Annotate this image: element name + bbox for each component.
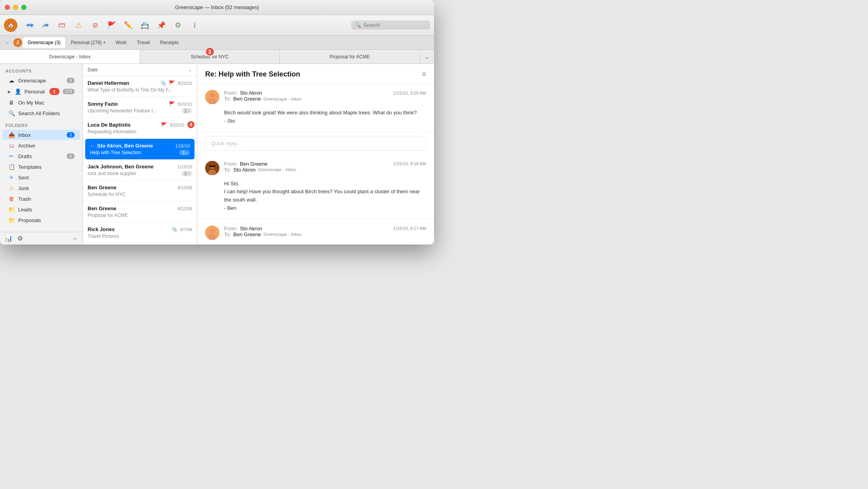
folders-label: Folders — [0, 121, 82, 129]
addon-button[interactable]: ⚙ — [170, 19, 185, 32]
maximize-button[interactable] — [21, 5, 26, 10]
accounts-label: Accounts — [0, 67, 82, 75]
thread-count: 2 › — [181, 108, 192, 114]
expand-icon: ▶ — [8, 90, 11, 94]
sidebar-personal-label: Personal — [24, 89, 46, 95]
tab-proposal-acme-label: Proposal for ACME — [329, 54, 370, 60]
email-sender: Rick Jones — [88, 226, 169, 232]
email-item[interactable]: Luca De Baptistis 🚩 4 9/22/10 Requesting… — [83, 118, 197, 139]
sidebar-item-archive[interactable]: 🗂 Archive — [2, 140, 80, 151]
sidebar-item-leads[interactable]: 📁 Leads — [2, 204, 80, 215]
email-date: 9/7/08 — [180, 227, 192, 232]
from-label-2: From: — [224, 161, 238, 167]
tab-greenscape-inbox[interactable]: Greenscape - Inbox — [0, 50, 140, 63]
reply-group — [22, 19, 53, 32]
personal-dropdown-arrow[interactable]: ▾ — [103, 40, 105, 45]
sidebar-item-drafts[interactable]: ✏ Drafts 6 — [2, 151, 80, 161]
sidebar-trash-label: Trash — [18, 196, 75, 202]
sidebar-item-onmymac[interactable]: 🖥 On My Mac — [2, 97, 80, 108]
email-sender: Daniel Hellerman — [88, 80, 158, 86]
preferences-button[interactable]: ⚙ — [17, 235, 23, 242]
flag-button[interactable]: 🚩 — [104, 19, 119, 32]
email-item[interactable]: Ben Greene 8/12/09 Proposal for ACME — [83, 202, 197, 222]
message-from-to-1: From: Sto Akron 1/15/10, 9:20 AM To: Ben… — [224, 90, 426, 102]
junk-icon: ⚠ — [8, 185, 15, 191]
sidebar-item-proposals[interactable]: 📁 Proposals — [2, 215, 80, 225]
from-label-3: From: — [224, 226, 238, 231]
sidebar-item-greenscape[interactable]: ☁ Greenscape 3 — [2, 75, 80, 86]
detail-scroll[interactable]: From: Sto Akron 1/15/10, 9:20 AM To: Ben… — [197, 84, 434, 244]
tab-work[interactable]: Work — [111, 38, 131, 47]
reply-indicator: ← — [90, 143, 95, 149]
flag-icon: 🚩 — [169, 101, 175, 107]
email-item[interactable]: Jack Johnson, Ben Greene 1/15/10 rock an… — [83, 160, 197, 181]
pin-button[interactable]: 📌 — [154, 19, 169, 32]
svg-rect-6 — [209, 165, 215, 167]
email-item[interactable]: Daniel Hellerman 📎 🚩 9/22/10 What Type o… — [83, 76, 197, 97]
activity-button[interactable]: 📊 — [5, 235, 13, 242]
svg-point-8 — [210, 229, 215, 233]
email-item[interactable]: Sonny Fazio 🚩 9/22/10 Upcoming Newslette… — [83, 97, 197, 118]
junk-button[interactable]: ⚠ — [71, 19, 86, 32]
info-button[interactable]: ℹ — [187, 19, 202, 32]
account-tabbar: ← 2 Greenscape (3) Personal (278) ▾ Work… — [0, 35, 434, 50]
email-preview: Travel Pictures — [88, 233, 119, 239]
tab-travel[interactable]: Travel — [132, 38, 155, 47]
email-date: 1/15/10 — [178, 164, 192, 169]
tab-travel-label: Travel — [137, 40, 150, 45]
tab-greenscape-inbox-label: Greenscape - Inbox — [49, 54, 90, 60]
tab-greenscape[interactable]: Greenscape (3) — [23, 37, 65, 48]
sidebar-toggle-button[interactable]: ← — [3, 38, 13, 47]
archive-button[interactable]: 🗃 — [54, 19, 69, 32]
sidebar-item-search-all[interactable]: 🔍 Search All Folders — [2, 108, 80, 118]
email-item[interactable]: Ben Greene 8/13/09 Schedule for NYC — [83, 181, 197, 202]
contacts-button[interactable]: 📇 — [137, 19, 152, 32]
tab-receipts[interactable]: Receipts — [155, 38, 183, 47]
sidebar: Accounts ☁ Greenscape 3 ▶ 👤 Personal 1 2… — [0, 64, 83, 244]
sidebar-item-sent[interactable]: ✈ Sent — [2, 172, 80, 183]
attachment-icon: 📎 — [172, 227, 178, 232]
sort-label[interactable]: Date — [88, 67, 188, 73]
sidebar-item-personal[interactable]: ▶ 👤 Personal 1 278 — [2, 86, 80, 97]
email-preview: Upcoming Newsletter Feature I... — [88, 108, 157, 114]
sidebar-junk-label: Junk — [18, 185, 75, 191]
account-avatar[interactable]: 🏠 — [4, 19, 17, 32]
close-button[interactable] — [5, 5, 10, 10]
tab-greenscape-label: Greenscape (3) — [28, 40, 60, 45]
signout-button[interactable]: → — [71, 235, 78, 242]
tab-personal-label: Personal (278) — [71, 40, 102, 45]
forward-button[interactable] — [38, 19, 53, 32]
sidebar-item-junk[interactable]: ⚠ Junk — [2, 183, 80, 193]
email-item-selected[interactable]: ← Sto Akron, Ben Greene 1/15/10 Help wit… — [85, 139, 195, 160]
message-inbox-1: Greenscape - Inbox — [263, 97, 301, 101]
sidebar-item-trash[interactable]: 🗑 Trash — [2, 194, 80, 204]
compose-button[interactable]: ✏️ — [121, 19, 136, 32]
from-name-2: Ben Greene — [240, 161, 268, 167]
thread-count: 2 › — [181, 171, 192, 176]
sort-direction-icon: ⌄ — [188, 67, 192, 73]
drafts-icon: ✏ — [8, 153, 15, 159]
tab-more-button[interactable]: ⌄ — [420, 50, 434, 63]
tab-personal[interactable]: Personal (278) ▾ — [66, 38, 110, 47]
sidebar-item-templates[interactable]: 📋 Templates — [2, 162, 80, 172]
window-title: Greenscape — Inbox (52 messages) — [175, 4, 259, 10]
email-preview: rock and stone supplier — [88, 171, 137, 176]
quick-reply-input[interactable]: Quick reply... — [205, 136, 426, 151]
from-name: Sto Akron — [240, 90, 262, 96]
tab-proposal-acme[interactable]: Proposal for ACME — [280, 50, 420, 63]
message-card-2: From: Ben Greene 1/15/10, 9:18 AM To: St… — [197, 155, 434, 219]
delete-button[interactable]: ⊘ — [88, 19, 103, 32]
search-box[interactable]: 🔍 — [351, 21, 430, 30]
reply-all-button[interactable] — [22, 19, 37, 32]
email-item[interactable]: Rick Jones 📎 9/7/08 Travel Pictures — [83, 222, 197, 243]
detail-menu-button[interactable]: ≡ — [422, 70, 426, 78]
search-input[interactable] — [363, 22, 426, 28]
minimize-button[interactable] — [13, 5, 18, 10]
email-date: 1/15/10 — [175, 144, 190, 148]
message-timestamp-2: 1/15/10, 9:18 AM — [393, 161, 426, 166]
svg-point-1 — [210, 93, 215, 98]
sidebar-item-inbox[interactable]: 📥 Inbox 3 — [2, 130, 80, 140]
avatar-sto-1 — [205, 90, 219, 104]
sent-icon: ✈ — [8, 174, 15, 181]
sidebar-inbox-badge: 3 — [67, 132, 75, 138]
